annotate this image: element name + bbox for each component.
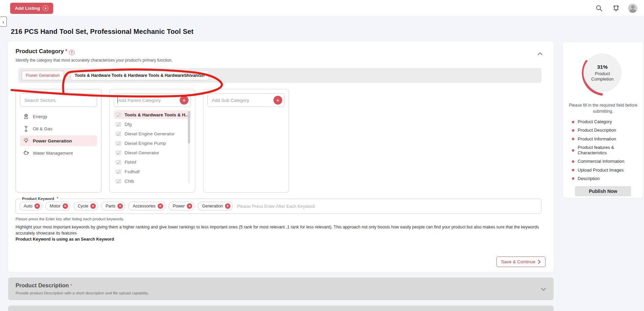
keyword-tag: Generation✕ [198, 202, 233, 210]
add-sub-category-input[interactable] [207, 93, 285, 107]
checklist-label: Product features & Characteristics [578, 145, 628, 156]
image-placeholder-icon [116, 179, 121, 183]
keyword-label: Product Keyword [22, 197, 54, 201]
sector-item-water-management[interactable]: Water Management [20, 148, 97, 158]
checklist-item: Product Information [572, 136, 638, 142]
save-continue-label: Save & Continue [501, 259, 535, 264]
remove-keyword-icon[interactable]: ✕ [117, 203, 123, 209]
category-list-item[interactable]: Tools & Hardware Tools & H... [114, 110, 191, 119]
checklist-label: Commercial Information [578, 159, 624, 164]
sector-item-oil-gas[interactable]: Oil & Gas [20, 123, 97, 134]
keyword-text: Accessories [133, 204, 155, 208]
checklist-item: Product Category [572, 119, 638, 125]
remove-keyword-icon[interactable]: ✕ [90, 203, 96, 209]
plus-circle-icon: + [43, 5, 48, 11]
remove-keyword-icon[interactable]: ✕ [35, 203, 40, 209]
checklist-item: Product features & Characteristics [572, 145, 638, 156]
product-keyword-fieldset: Product Keyword * Auto✕ Motor✕ Cycle✕ Pa… [16, 199, 541, 214]
chevron-down-icon[interactable] [541, 286, 546, 292]
scrollbar-thumb[interactable] [188, 111, 190, 143]
category-list-item[interactable]: Diesel Engine Generator [114, 129, 191, 138]
text-caret [117, 97, 118, 103]
sector-label: Power Generation [33, 138, 72, 143]
image-placeholder-icon [116, 151, 121, 155]
description-panel-title: Product Description [16, 282, 69, 288]
add-parent-category-input[interactable] [114, 93, 191, 107]
sector-label: Water Management [33, 151, 73, 156]
category-list-item[interactable]: Chib [114, 177, 191, 185]
keyword-text: Parts [106, 204, 115, 208]
keyword-hint-line1: Please press the Enter key after listing… [16, 217, 546, 221]
checklist-label: Product Information [578, 136, 616, 142]
product-completion-card: 31% Product Completion Please fill in th… [563, 42, 643, 198]
completion-caption-line2: Completion [591, 76, 614, 82]
remove-keyword-icon[interactable]: ✕ [225, 203, 230, 209]
sidebar-expand-toggle[interactable]: › [0, 17, 7, 27]
keyword-hint-line2: Highlight your most important keywords b… [16, 224, 543, 236]
add-listing-button[interactable]: Add Listing + [10, 3, 53, 14]
list-scrollbar [188, 111, 190, 183]
image-placeholder-icon [116, 122, 121, 127]
category-item-label: Diesel Engine Generator [125, 131, 175, 136]
category-item-label: Fbhhf [125, 160, 136, 165]
checklist-item: Product Description [572, 128, 638, 133]
user-avatar[interactable] [628, 4, 637, 13]
notification-bell-icon[interactable] [611, 3, 621, 13]
wind-turbine-icon [23, 125, 29, 132]
image-placeholder-icon [116, 141, 121, 146]
sector-item-energy[interactable]: Energy [20, 111, 97, 122]
required-asterisk: * [70, 283, 72, 288]
keyword-input-placeholder[interactable]: Please Press Enter After Each Keyword [237, 204, 315, 209]
category-list-item[interactable]: Fbhhf [114, 158, 191, 166]
sector-label: Energy [33, 114, 47, 119]
remove-keyword-icon[interactable]: ✕ [187, 203, 192, 209]
image-placeholder-icon [116, 132, 121, 136]
search-sectors-input[interactable] [20, 93, 97, 107]
add-parent-category-button[interactable]: + [180, 96, 188, 105]
publish-now-button[interactable]: Publish Now [575, 186, 631, 196]
remove-keyword-icon[interactable]: ✕ [63, 203, 68, 209]
category-list-item[interactable]: Diesel Generator [114, 148, 191, 157]
completion-percent: 31% [597, 64, 607, 70]
category-list-item[interactable]: Diesel Engine Pump [114, 139, 191, 148]
keyword-tag: Power✕ [169, 202, 195, 210]
category-item-label: Diesel Generator [125, 150, 159, 155]
checklist-label: Description [578, 176, 600, 181]
add-listing-label: Add Listing [15, 6, 40, 11]
lightbulb-icon [23, 137, 29, 144]
breadcrumb-category-tag[interactable]: Tools & Hardware Tools & Hardware Tools … [71, 71, 208, 80]
checklist-item: Commercial Information [572, 159, 638, 164]
completion-caption-line1: Product [591, 71, 614, 76]
sector-label: Oil & Gas [33, 126, 52, 131]
category-list-item[interactable]: Fsdfsdf [114, 167, 191, 176]
breadcrumb-sector-tag[interactable]: Power Generation [22, 71, 64, 80]
search-icon[interactable] [594, 3, 604, 13]
keyword-text: Power [173, 204, 185, 208]
keyword-text: Cycle [78, 204, 88, 208]
sector-item-power-generation[interactable]: Power Generation [20, 135, 97, 146]
checklist-item: Description [572, 176, 638, 181]
image-placeholder-icon [116, 160, 121, 164]
save-continue-button[interactable]: Save & Continue [496, 257, 546, 267]
keyword-tag: Auto✕ [19, 202, 42, 210]
product-description-panel[interactable]: Product Description* Provide product Des… [8, 277, 554, 300]
bullet-dot-icon [572, 169, 574, 171]
product-category-card: Product Category*? Identify the category… [8, 41, 554, 272]
help-question-icon[interactable]: ? [69, 50, 74, 55]
required-asterisk: * [57, 196, 58, 201]
required-asterisk: * [65, 48, 67, 54]
engine-pump-icon [23, 150, 29, 156]
chevron-up-icon[interactable] [537, 51, 543, 57]
remove-keyword-icon[interactable]: ✕ [158, 203, 163, 209]
chevron-right-icon [538, 260, 541, 264]
add-sub-category-button[interactable]: + [273, 96, 282, 105]
image-placeholder-icon [116, 170, 121, 174]
keyword-text: Generation [202, 204, 223, 208]
category-list-item[interactable]: Dfg [114, 120, 191, 129]
keyword-tag: Accessories✕ [128, 202, 165, 210]
completion-note: Please fill in the required field before… [569, 103, 638, 114]
category-item-label: Chib [125, 179, 134, 184]
next-section-panel[interactable] [8, 306, 554, 311]
required-sections-list: Product Category Product Description Pro… [569, 119, 638, 181]
keyword-tag: Cycle✕ [73, 202, 98, 210]
